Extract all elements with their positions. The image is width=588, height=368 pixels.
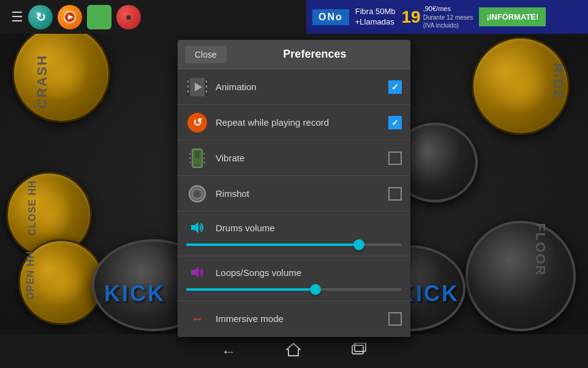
kick-label-1: KICK xyxy=(104,281,165,307)
home-icon xyxy=(285,341,302,358)
menu-button[interactable]: ☰ xyxy=(6,4,28,30)
pref-item-animation[interactable]: Animation xyxy=(178,69,410,105)
ad-line1: Fibra 50Mb xyxy=(355,7,396,17)
vibrate-label: Vibrate xyxy=(216,153,388,163)
ad-per-text: ,90€/mes Durante 12 meses(IVA incluido) xyxy=(423,4,473,29)
animation-label: Animation xyxy=(216,82,388,92)
drums-volume-fill xyxy=(186,243,359,246)
svg-text:↺: ↺ xyxy=(193,117,202,129)
svg-rect-10 xyxy=(206,90,207,93)
svg-rect-30 xyxy=(352,345,363,354)
animation-checkbox[interactable] xyxy=(388,80,402,94)
svg-marker-29 xyxy=(287,343,300,356)
ad-note: Durante 12 meses(IVA incluido) xyxy=(423,13,473,29)
repeat-icon-svg: ↺ xyxy=(187,112,208,133)
loops-volume-label: Loops/Songs volume xyxy=(216,267,301,278)
drums-volume-icon xyxy=(186,217,208,239)
svg-rect-16 xyxy=(195,151,200,158)
ad-price: 19 xyxy=(402,7,421,27)
svg-rect-8 xyxy=(206,80,207,83)
ad-decimal: ,90€/mes xyxy=(423,4,473,13)
repeat-checkbox[interactable] xyxy=(388,116,402,129)
svg-marker-27 xyxy=(191,267,198,278)
loops-volume-icon xyxy=(186,261,208,283)
pref-item-drums-volume: Drums volume xyxy=(178,212,410,256)
svg-rect-5 xyxy=(187,80,189,83)
vibrate-icon-svg xyxy=(188,148,206,169)
ad-banner: ONo Fibra 50Mb +Llamadas 19 ,90€/mes Dur… xyxy=(306,0,588,34)
drum-pad-floor[interactable] xyxy=(466,221,576,331)
rimshot-label: Rimshot xyxy=(216,188,388,199)
preferences-dialog: Close Preferences Animation xyxy=(178,40,410,337)
close-hh-label: CLOSE HH xyxy=(27,180,38,236)
rimshot-checkbox[interactable] xyxy=(388,187,402,201)
drums-volume-thumb[interactable] xyxy=(353,239,364,250)
immersive-icon: ↔ xyxy=(186,308,208,330)
speaker-loops-icon xyxy=(189,264,206,281)
stop-button[interactable]: ■ xyxy=(116,5,141,29)
pref-item-rimshot[interactable]: Rimshot xyxy=(178,176,410,212)
close-button[interactable]: Close xyxy=(185,46,227,63)
green-button[interactable] xyxy=(87,5,111,29)
loops-volume-slider[interactable] xyxy=(186,288,402,291)
ad-cta-button[interactable]: ¡INFÓRMATE! xyxy=(479,7,546,26)
repeat-icon: ↺ xyxy=(186,112,208,134)
cymbal-crash[interactable] xyxy=(12,25,110,123)
ad-brand: ONo xyxy=(312,9,349,25)
stop-icon: ■ xyxy=(126,12,131,22)
svg-point-25 xyxy=(195,192,199,196)
speaker-icon xyxy=(189,219,206,236)
refresh-icon: ↻ xyxy=(36,10,46,25)
immersive-checkbox[interactable] xyxy=(388,312,402,326)
svg-rect-6 xyxy=(187,85,189,88)
immersive-label: Immersive mode xyxy=(216,313,388,324)
pref-item-vibrate[interactable]: Vibrate xyxy=(178,140,410,176)
home-button[interactable] xyxy=(285,341,302,362)
open-hh-label: OPEN HH xyxy=(25,251,36,300)
vibrate-checkbox[interactable] xyxy=(388,151,402,165)
svg-text:↔: ↔ xyxy=(191,313,203,325)
svg-rect-31 xyxy=(355,343,366,351)
refresh-button[interactable]: ↻ xyxy=(28,5,53,29)
drums-volume-label: Drums volume xyxy=(216,223,275,233)
animation-icon-svg xyxy=(186,78,208,96)
svg-marker-26 xyxy=(191,222,198,233)
pref-item-loops-volume: Loops/Songs volume xyxy=(178,256,410,301)
pref-title: Preferences xyxy=(227,48,403,61)
ride-label: RIDE xyxy=(551,63,567,101)
bottom-navigation: ← xyxy=(0,334,588,368)
recent-apps-button[interactable] xyxy=(351,343,367,360)
record-icon-btn[interactable] xyxy=(58,5,82,29)
pref-item-immersive[interactable]: ↔ Immersive mode xyxy=(178,301,410,337)
recent-apps-icon xyxy=(351,343,367,356)
loops-volume-thumb[interactable] xyxy=(310,284,321,295)
record-symbol xyxy=(63,10,77,24)
svg-rect-15 xyxy=(194,164,200,166)
svg-rect-7 xyxy=(187,90,189,93)
svg-rect-9 xyxy=(206,85,207,88)
rimshot-icon xyxy=(186,183,208,205)
ad-fiber-text: Fibra 50Mb +Llamadas xyxy=(355,7,396,28)
pref-header: Close Preferences xyxy=(178,40,410,69)
vibrate-icon xyxy=(186,147,208,169)
crash-label: CRASH xyxy=(34,55,50,109)
animation-icon xyxy=(186,76,208,98)
drums-volume-slider[interactable] xyxy=(186,243,402,246)
floor-label: FLOOR xyxy=(532,223,548,277)
rimshot-icon-svg xyxy=(188,185,206,203)
repeat-label: Repeat while playing record xyxy=(216,117,388,128)
back-button[interactable]: ← xyxy=(221,343,236,360)
loops-volume-fill xyxy=(186,288,315,291)
ad-line2: +Llamadas xyxy=(355,17,396,28)
ad-price-main: 19 xyxy=(402,7,421,26)
immersive-icon-svg: ↔ xyxy=(187,313,208,325)
pref-item-repeat[interactable]: ↺ Repeat while playing record xyxy=(178,105,410,140)
